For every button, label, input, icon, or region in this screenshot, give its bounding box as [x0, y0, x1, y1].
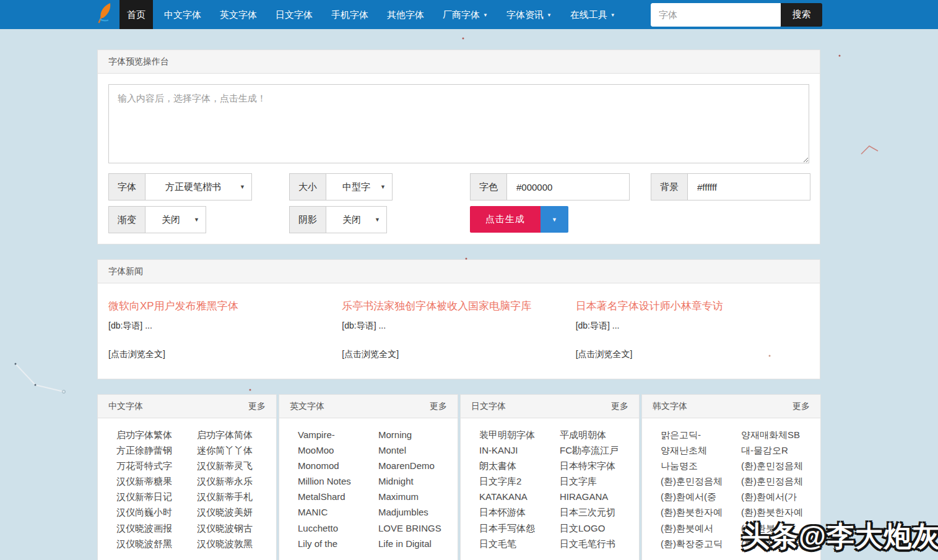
font-link[interactable]: 日文字库: [560, 473, 640, 489]
font-link[interactable]: 汉仪新蒂手札: [197, 489, 277, 504]
font-link[interactable]: HIRAGANA: [560, 489, 640, 504]
font-link[interactable]: (환)환예서(가: [741, 489, 822, 504]
chevron-down-icon: ▼: [483, 12, 488, 18]
font-link[interactable]: FC勘亭流江戸: [560, 442, 640, 458]
preview-text-input[interactable]: [108, 84, 809, 163]
font-link[interactable]: Million Notes: [298, 473, 378, 489]
font-link[interactable]: 日本三次元切: [560, 504, 640, 520]
font-link[interactable]: 装甲明朝字体: [479, 427, 560, 442]
nav-item-online-tools[interactable]: 在线工具▼: [563, 0, 623, 29]
font-link[interactable]: 万花哥特式字: [116, 458, 197, 473]
font-link[interactable]: Monomod: [298, 458, 378, 473]
font-link[interactable]: 启功字体繁体: [116, 427, 197, 442]
news-read-more-link[interactable]: [点击浏览全文]: [108, 349, 165, 360]
font-link[interactable]: Lily of the: [298, 536, 378, 551]
font-link[interactable]: MANIC: [298, 504, 378, 520]
text-color-input[interactable]: [507, 174, 629, 200]
font-link[interactable]: 日文毛笔: [479, 536, 560, 551]
font-link[interactable]: 汉仪新蒂灵飞: [197, 458, 277, 473]
font-link[interactable]: Morning: [378, 427, 459, 442]
font-link[interactable]: 汉仪晓波舒黑: [116, 536, 197, 551]
font-link[interactable]: (환)환붓예서: [661, 520, 741, 536]
font-link[interactable]: (환)확장중고딕: [741, 536, 822, 551]
gradient-select[interactable]: 关闭 ▼: [145, 207, 206, 233]
nav-item-japanese-fonts[interactable]: 日文字体: [268, 0, 320, 29]
font-link[interactable]: LOVE BRINGS: [378, 520, 459, 536]
font-link[interactable]: 迷你简丫丫体: [197, 442, 277, 458]
font-link[interactable]: 汉仪新蒂糖果: [116, 473, 197, 489]
font-select[interactable]: 方正硬笔楷书 ▼: [145, 174, 251, 200]
font-link[interactable]: IN-KANJI: [479, 442, 560, 458]
font-link[interactable]: Maximum: [378, 489, 459, 504]
font-link[interactable]: Midnight: [378, 473, 459, 489]
search-input[interactable]: [651, 3, 781, 27]
shadow-select[interactable]: 关闭 ▼: [326, 207, 386, 233]
font-link[interactable]: 汉仪尚巍小时: [116, 504, 197, 520]
nav-item-english-fonts[interactable]: 英文字体: [212, 0, 264, 29]
font-link[interactable]: 日本特宋字体: [560, 458, 640, 473]
nav-item-vendor-fonts[interactable]: 厂商字体▼: [435, 0, 495, 29]
news-title-link[interactable]: 微软向XP用户发布雅黑字体: [108, 299, 327, 313]
font-link[interactable]: 汉仪晓波画报: [116, 520, 197, 536]
font-link[interactable]: 日文毛笔行书: [560, 536, 640, 551]
font-link[interactable]: 양재매화체SB: [741, 427, 822, 442]
font-link[interactable]: 양재난초체: [661, 442, 741, 458]
news-read-more-link[interactable]: [点击浏览全文]: [576, 349, 633, 360]
font-link[interactable]: (환)환붓한자예: [661, 504, 741, 520]
font-link[interactable]: (환)환붓한자예: [741, 504, 822, 520]
background-color-input[interactable]: [688, 174, 810, 200]
font-link[interactable]: MetalShard: [298, 489, 378, 504]
font-link[interactable]: Madjumbles: [378, 504, 459, 520]
font-link[interactable]: 启功字体简体: [197, 427, 277, 442]
font-link[interactable]: 汉仪新蒂永乐: [197, 473, 277, 489]
font-link[interactable]: 方正徐静蕾钢: [116, 442, 197, 458]
font-link[interactable]: 汉仪晓波钢古: [197, 520, 277, 536]
font-link[interactable]: 日文字库2: [479, 473, 560, 489]
font-link[interactable]: 汉仪新蒂日记: [116, 489, 197, 504]
font-link[interactable]: 汉仪晓波美妍: [197, 504, 277, 520]
nav-item-other-fonts[interactable]: 其他字体: [380, 0, 432, 29]
font-link[interactable]: Montel: [378, 442, 459, 458]
background-color-label: 背景: [651, 174, 688, 200]
more-link[interactable]: 更多: [248, 395, 266, 418]
font-link[interactable]: 日本手写体怨: [479, 520, 560, 536]
font-link[interactable]: (환)훈민정음체: [661, 473, 741, 489]
font-link[interactable]: (환)환붓고딕: [741, 520, 822, 536]
font-link[interactable]: KATAKANA: [479, 489, 560, 504]
font-link[interactable]: 나눔명조: [661, 458, 741, 473]
font-link[interactable]: MooMoo: [298, 442, 378, 458]
nav-item-mobile-fonts[interactable]: 手机字体: [324, 0, 376, 29]
more-link[interactable]: 更多: [611, 395, 628, 418]
font-link[interactable]: (환)환예서(중: [661, 489, 741, 504]
font-link[interactable]: Lucchetto: [298, 520, 378, 536]
site-logo[interactable]: [93, 0, 118, 29]
font-link[interactable]: 朗太書体: [479, 458, 560, 473]
font-link[interactable]: 맑은고딕-: [661, 427, 741, 442]
font-link[interactable]: Life in Digital: [378, 536, 459, 551]
font-link[interactable]: 日文LOGO: [560, 520, 640, 536]
news-read-more-link[interactable]: [点击浏览全文]: [342, 349, 399, 360]
font-link[interactable]: Vampire-: [298, 427, 378, 442]
font-link[interactable]: MoarenDemo: [378, 458, 459, 473]
nav-item-home[interactable]: 首页: [119, 0, 153, 29]
generate-dropdown-button[interactable]: ▼: [541, 206, 568, 233]
nav-item-chinese-fonts[interactable]: 中文字体: [157, 0, 209, 29]
shadow-select-label: 阴影: [290, 207, 326, 233]
font-link[interactable]: 平成明朝体: [560, 427, 640, 442]
generate-button[interactable]: 点击生成: [470, 206, 541, 233]
font-link[interactable]: (환)훈민정음체: [741, 473, 822, 489]
nav-item-font-news[interactable]: 字体资讯▼: [499, 0, 559, 29]
news-title-link[interactable]: 乐亭书法家独创字体被收入国家电脑字库: [342, 299, 560, 313]
size-select[interactable]: 中型字 ▼: [326, 174, 392, 200]
more-link[interactable]: 更多: [793, 395, 810, 418]
more-link[interactable]: 更多: [430, 395, 447, 418]
font-link[interactable]: (환)확장중고딕: [661, 536, 741, 551]
news-title-link[interactable]: 日本著名字体设计师小林章专访: [576, 299, 794, 313]
font-link[interactable]: (환)훈민정음체: [741, 458, 822, 473]
font-link[interactable]: 日本怀游体: [479, 504, 560, 520]
font-link[interactable]: 汉仪晓波敦黑: [197, 536, 277, 551]
search-button[interactable]: 搜索: [781, 3, 822, 27]
chevron-down-icon: ▼: [194, 207, 199, 233]
font-link[interactable]: 대-물감오R: [741, 442, 822, 458]
text-color-label: 字色: [471, 174, 507, 200]
